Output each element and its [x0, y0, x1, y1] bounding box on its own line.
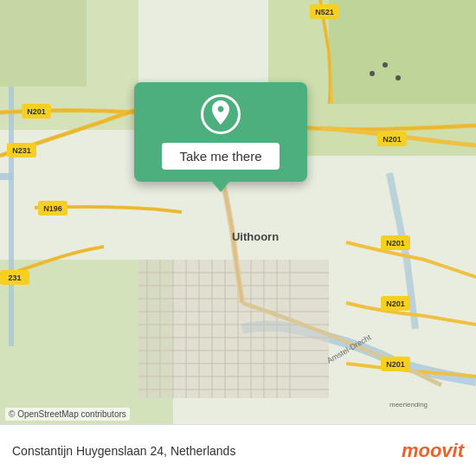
- svg-rect-8: [138, 260, 329, 398]
- svg-rect-4: [0, 0, 87, 87]
- svg-text:Uithoorn: Uithoorn: [232, 230, 279, 243]
- svg-point-52: [370, 71, 375, 76]
- svg-text:N196: N196: [43, 204, 62, 213]
- svg-text:meerlending: meerlending: [389, 401, 428, 408]
- svg-text:N231: N231: [12, 146, 31, 155]
- svg-text:N521: N521: [315, 8, 334, 16]
- footer-left: Constantijn Huygenslaan 24, Netherlands: [12, 444, 235, 458]
- location-icon: [201, 94, 241, 134]
- footer-bar: Constantijn Huygenslaan 24, Netherlands …: [0, 424, 476, 476]
- svg-point-53: [383, 62, 388, 68]
- svg-text:N201: N201: [27, 107, 46, 116]
- svg-rect-2: [329, 0, 476, 104]
- svg-text:N201: N201: [386, 239, 405, 248]
- map-attribution: © OpenStreetMap contributors: [5, 408, 130, 421]
- svg-rect-7: [0, 173, 13, 180]
- footer-address: Constantijn Huygenslaan 24, Netherlands: [12, 444, 235, 458]
- svg-text:N201: N201: [383, 135, 402, 144]
- svg-text:231: 231: [8, 273, 21, 282]
- moovit-brand: moovit: [402, 440, 464, 462]
- svg-text:N201: N201: [386, 299, 405, 308]
- popup-card: Take me there: [134, 82, 307, 182]
- svg-rect-6: [9, 87, 14, 346]
- moovit-logo: moovit: [402, 440, 464, 462]
- take-me-there-button[interactable]: Take me there: [162, 143, 279, 170]
- map-container: N201 N231 N521 N201 N196 N201 231 N201 N…: [0, 0, 476, 424]
- map-background: N201 N231 N521 N201 N196 N201 231 N201 N…: [0, 0, 476, 424]
- svg-text:N201: N201: [386, 360, 405, 369]
- svg-point-54: [396, 75, 401, 80]
